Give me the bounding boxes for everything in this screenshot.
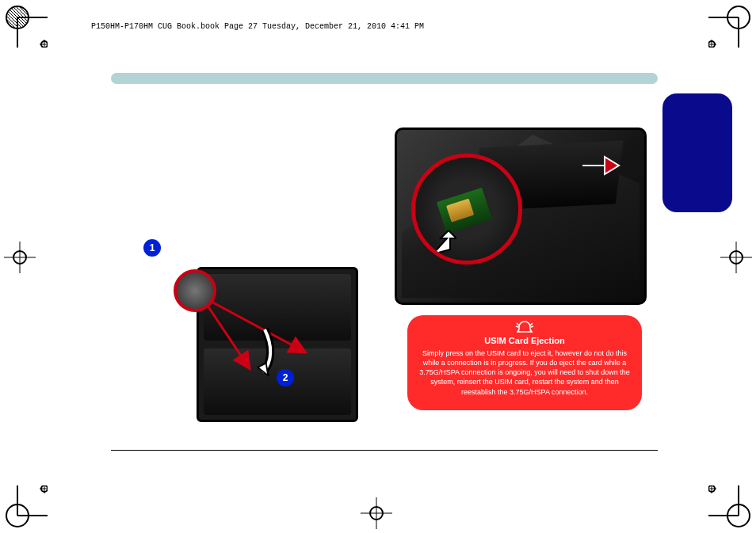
- svg-line-39: [531, 326, 533, 327]
- crop-mark-bottom-left: [0, 485, 48, 533]
- warning-body: Simply press on the USIM card to eject i…: [417, 348, 632, 397]
- callout-badge-2: 2: [277, 369, 294, 386]
- step-1: Turn off the computer, and turn it over …: [125, 135, 372, 171]
- svg-line-36: [517, 323, 519, 326]
- step-2-part-a: Insert the USIM card: [125, 177, 208, 186]
- figure-usim-insertion: [395, 128, 647, 305]
- usim-closeup-circle: [411, 154, 522, 265]
- section-title: 3.75G/HSPA Module USIM Card Installation: [111, 99, 484, 123]
- warning-title: USIM Card Ejection: [417, 336, 632, 345]
- usim-slot-arrow-icon: [581, 152, 620, 179]
- svg-line-37: [530, 323, 533, 326]
- crop-mark-bottom: [357, 493, 396, 533]
- chapter-tab: [662, 93, 732, 212]
- page-meta-line: P150HM-P170HM CUG Book.book Page 27 Tues…: [91, 22, 424, 31]
- crop-mark-top-right: [708, 0, 756, 48]
- crop-mark-bottom-right: [708, 485, 756, 533]
- section-header-bar: [111, 73, 658, 84]
- warning-callout: USIM Card Ejection Simply press on the U…: [407, 315, 642, 410]
- footer-rule: [111, 450, 658, 451]
- svg-line-38: [516, 326, 518, 327]
- figure-battery-removal: [197, 267, 358, 422]
- battery-latch-callout-circle: [174, 269, 216, 312]
- crop-mark-left: [0, 238, 40, 277]
- footer-section-name: 3.75G/HSPA Module: [111, 456, 200, 467]
- step-3: To eject the card simply press it until …: [125, 217, 372, 253]
- crop-mark-right: [716, 238, 756, 277]
- step-2: Insert the USIM card 2 into the slot at …: [125, 176, 372, 212]
- callout-badge-1: 1: [143, 239, 161, 257]
- crop-mark-top-left: [0, 0, 48, 48]
- usim-card-icon: [437, 188, 492, 234]
- footer-page-number: 1 - 27: [633, 456, 658, 467]
- insert-direction-arrow-icon: [430, 230, 456, 257]
- alarm-icon: [515, 320, 534, 334]
